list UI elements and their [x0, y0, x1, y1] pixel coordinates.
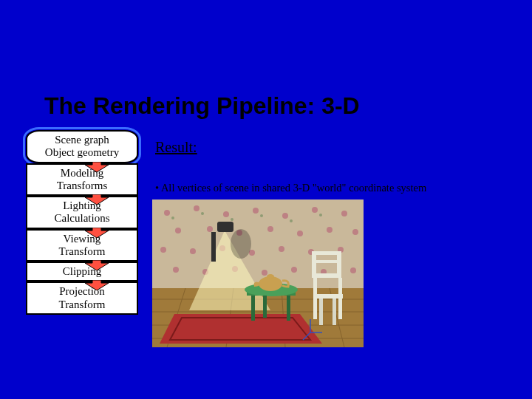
svg-point-39 [319, 214, 322, 216]
svg-point-19 [352, 229, 358, 235]
svg-point-36 [231, 218, 233, 221]
svg-point-21 [190, 248, 196, 254]
svg-marker-2 [85, 228, 109, 238]
svg-point-9 [253, 208, 259, 214]
svg-rect-53 [211, 232, 216, 262]
svg-marker-4 [85, 280, 109, 290]
svg-rect-66 [313, 260, 340, 263]
svg-point-13 [175, 228, 181, 233]
svg-point-17 [297, 231, 303, 236]
svg-point-16 [267, 226, 273, 232]
result-bullet: • All vertices of scene in shared 3-D "w… [155, 182, 426, 194]
stage-line: Calculations [30, 212, 134, 225]
svg-rect-69 [338, 278, 342, 319]
stage-scene-graph: Scene graph Object geometry [26, 130, 138, 163]
svg-point-10 [282, 213, 288, 219]
svg-rect-71 [332, 299, 336, 325]
svg-rect-58 [287, 296, 290, 321]
svg-marker-1 [85, 194, 109, 205]
svg-point-18 [327, 227, 332, 233]
svg-point-6 [164, 210, 170, 216]
stage-line: Transforms [30, 180, 134, 192]
svg-point-11 [312, 207, 318, 213]
svg-point-24 [279, 246, 284, 252]
svg-rect-70 [319, 299, 323, 325]
svg-marker-3 [85, 260, 109, 270]
svg-point-33 [350, 267, 356, 273]
svg-point-37 [260, 214, 263, 217]
svg-point-14 [207, 226, 213, 232]
svg-rect-57 [251, 296, 255, 321]
svg-point-20 [160, 247, 166, 253]
svg-point-12 [341, 211, 347, 216]
stage-line: Transform [30, 245, 134, 258]
svg-rect-63 [312, 251, 316, 278]
svg-rect-65 [313, 251, 340, 255]
stage-line: Scene graph [30, 134, 134, 146]
svg-point-34 [171, 216, 174, 219]
pipeline-column: Scene graph Object geometry Modeling Tra… [24, 130, 140, 315]
svg-point-61 [267, 274, 274, 279]
svg-rect-64 [337, 251, 341, 278]
slide-title: The Rendering Pipeline: 3-D [44, 92, 360, 120]
svg-rect-59 [263, 296, 267, 318]
svg-point-7 [194, 205, 200, 211]
svg-point-31 [291, 267, 297, 273]
svg-point-27 [173, 267, 179, 273]
rendered-scene-image [152, 200, 364, 347]
stage-line: Transform [30, 299, 134, 311]
svg-point-8 [223, 211, 229, 217]
svg-point-35 [201, 212, 204, 215]
svg-rect-68 [313, 278, 317, 319]
svg-point-30 [262, 270, 267, 276]
svg-point-54 [231, 229, 251, 259]
result-heading: Result: [155, 139, 197, 156]
svg-point-38 [290, 219, 293, 222]
svg-rect-52 [217, 222, 233, 232]
svg-marker-0 [85, 162, 109, 172]
stage-line: Object geometry [30, 146, 134, 159]
